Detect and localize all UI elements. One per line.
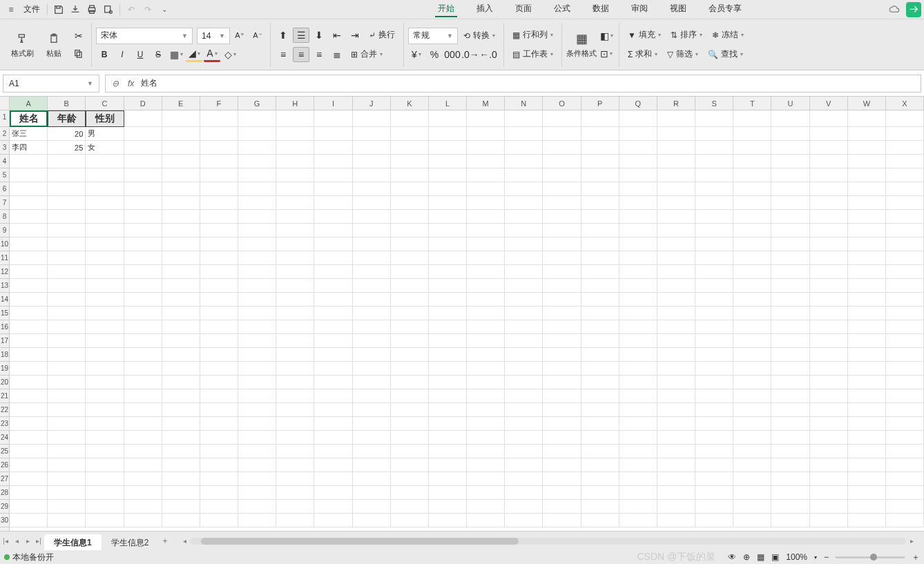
cell[interactable]	[505, 307, 543, 320]
cell[interactable]	[429, 472, 467, 486]
cell[interactable]	[505, 417, 543, 431]
cell[interactable]	[86, 155, 124, 168]
cell[interactable]	[695, 196, 733, 210]
cell[interactable]	[505, 237, 543, 251]
find-button[interactable]: 🔍 查找▾	[704, 46, 747, 63]
cell[interactable]	[314, 168, 352, 182]
cell[interactable]	[162, 293, 200, 307]
cell[interactable]	[429, 458, 467, 472]
cell[interactable]	[581, 458, 619, 472]
sheet-tab-2[interactable]: 学生信息2	[102, 534, 159, 551]
cell[interactable]	[505, 500, 543, 514]
cell[interactable]	[162, 500, 200, 514]
cell[interactable]	[695, 224, 733, 237]
cell[interactable]	[886, 279, 924, 293]
cell[interactable]	[771, 237, 809, 251]
cell[interactable]	[391, 155, 429, 168]
cell[interactable]	[848, 155, 886, 168]
cell[interactable]	[657, 182, 695, 196]
cell[interactable]	[314, 307, 352, 320]
cell[interactable]	[86, 182, 124, 196]
cell[interactable]	[429, 182, 467, 196]
cell[interactable]	[10, 431, 48, 445]
cell[interactable]	[886, 500, 924, 514]
cell[interactable]	[733, 265, 771, 279]
cell[interactable]	[10, 237, 48, 251]
cell[interactable]: 性别	[86, 110, 124, 127]
cell[interactable]	[733, 155, 771, 168]
cell[interactable]	[10, 417, 48, 431]
cell[interactable]	[848, 293, 886, 307]
cell[interactable]	[276, 362, 314, 376]
cell[interactable]	[314, 472, 352, 486]
print-preview-icon[interactable]	[102, 3, 115, 17]
increase-font-icon[interactable]: A⁺	[231, 28, 248, 43]
cell[interactable]	[886, 168, 924, 182]
cell[interactable]	[353, 348, 391, 362]
cell[interactable]	[733, 445, 771, 458]
zoom-label[interactable]: 100%	[786, 552, 807, 562]
cell[interactable]	[429, 417, 467, 431]
cell[interactable]	[86, 196, 124, 210]
cell[interactable]	[848, 403, 886, 417]
cell[interactable]	[162, 127, 200, 141]
col-header-J[interactable]: J	[353, 97, 391, 110]
cell[interactable]	[581, 127, 619, 141]
cell[interactable]	[543, 155, 581, 168]
cell[interactable]	[162, 376, 200, 389]
cell[interactable]	[543, 224, 581, 237]
cell[interactable]	[391, 348, 429, 362]
cell[interactable]	[353, 210, 391, 224]
cell[interactable]	[505, 389, 543, 403]
cell[interactable]	[657, 127, 695, 141]
cell[interactable]	[200, 348, 238, 362]
cell[interactable]	[695, 514, 733, 527]
file-menu[interactable]: 文件	[19, 3, 44, 15]
cell[interactable]	[771, 348, 809, 362]
cell[interactable]	[124, 445, 162, 458]
cell[interactable]	[505, 182, 543, 196]
menu-vip[interactable]: 会员专享	[706, 1, 744, 17]
cell[interactable]	[733, 110, 771, 127]
cell[interactable]	[619, 141, 657, 155]
cell[interactable]	[467, 265, 505, 279]
cell[interactable]	[771, 417, 809, 431]
cell[interactable]	[733, 141, 771, 155]
cell[interactable]	[10, 348, 48, 362]
cell[interactable]	[391, 168, 429, 182]
cell[interactable]	[543, 320, 581, 334]
cell[interactable]	[810, 168, 848, 182]
cell[interactable]	[886, 237, 924, 251]
cell[interactable]	[162, 458, 200, 472]
cell[interactable]	[467, 224, 505, 237]
cell[interactable]	[467, 472, 505, 486]
cell[interactable]	[810, 196, 848, 210]
cell[interactable]	[810, 155, 848, 168]
cell[interactable]	[124, 472, 162, 486]
cell[interactable]	[581, 486, 619, 500]
cell[interactable]	[429, 155, 467, 168]
cell[interactable]	[886, 514, 924, 527]
cell[interactable]	[733, 210, 771, 224]
cell[interactable]	[48, 500, 86, 514]
cell[interactable]	[467, 127, 505, 141]
cell[interactable]	[314, 182, 352, 196]
cell[interactable]	[581, 472, 619, 486]
cell[interactable]	[10, 182, 48, 196]
cell[interactable]	[695, 110, 733, 127]
cell[interactable]	[276, 279, 314, 293]
cell[interactable]	[543, 403, 581, 417]
cell[interactable]	[619, 168, 657, 182]
col-header-I[interactable]: I	[314, 97, 352, 110]
cell[interactable]	[10, 362, 48, 376]
cell[interactable]	[848, 389, 886, 403]
cell[interactable]	[733, 458, 771, 472]
cell[interactable]	[391, 362, 429, 376]
cell[interactable]	[695, 389, 733, 403]
cell[interactable]	[657, 237, 695, 251]
cell[interactable]	[48, 472, 86, 486]
cell[interactable]	[238, 486, 276, 500]
cell[interactable]	[657, 265, 695, 279]
col-header-F[interactable]: F	[200, 97, 238, 110]
col-header-U[interactable]: U	[771, 97, 809, 110]
